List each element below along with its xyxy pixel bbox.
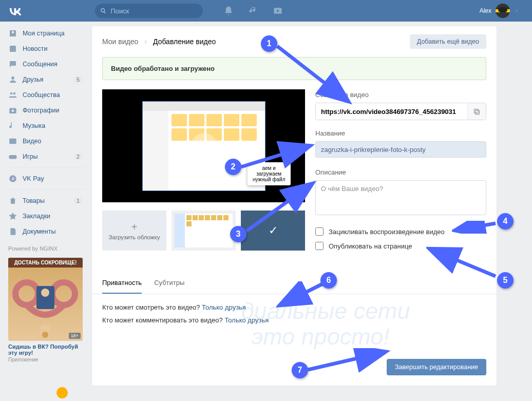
- nav-games[interactable]: Игры2: [8, 149, 86, 164]
- title-input[interactable]: [315, 141, 486, 158]
- main-content: Мои видео › Добавление видео Добавить ещ…: [91, 26, 497, 386]
- thumbnail-option-2[interactable]: ✓: [241, 211, 305, 251]
- search-box[interactable]: [95, 4, 203, 18]
- video-link-input[interactable]: [316, 103, 467, 120]
- privacy-view-link[interactable]: Только друзья: [202, 303, 246, 311]
- sidebar: Моя страница Новости Сообщения Друзья5 С…: [4, 26, 86, 386]
- finish-button[interactable]: Завершить редактирование: [387, 359, 486, 375]
- nav-label: Товары: [23, 197, 45, 204]
- thumbnail-option-1[interactable]: [172, 211, 236, 251]
- plus-icon: +: [131, 221, 138, 233]
- nav-docs[interactable]: Документы: [8, 224, 86, 239]
- notifications-icon[interactable]: [223, 6, 234, 16]
- svg-rect-16: [476, 110, 480, 114]
- add-more-button[interactable]: Добавить ещё видео: [410, 34, 486, 49]
- upload-cover-label: Загрузить обложку: [109, 234, 160, 240]
- music-icon[interactable]: [248, 6, 258, 16]
- loop-label: Зацикливать воспроизведение видео: [329, 228, 445, 236]
- upload-cover-button[interactable]: + Загрузить обложку: [102, 211, 166, 251]
- annotation-7: 7: [292, 362, 308, 378]
- video-tooltip: аем изагружаемнужный файл: [248, 162, 291, 185]
- promo-box[interactable]: ДОСТАНЬ СОКРОВИЩЕ! 18+ Сидишь в ВК? Попр…: [8, 258, 83, 362]
- annotation-5: 5: [497, 272, 514, 289]
- svg-text:₽: ₽: [12, 177, 14, 181]
- svg-point-2: [11, 77, 14, 80]
- svg-point-13: [41, 289, 49, 297]
- check-icon: ✓: [269, 224, 278, 237]
- annotation-6: 6: [320, 272, 337, 289]
- powered-by: Powered by NGINX: [8, 245, 86, 252]
- nav-messages[interactable]: Сообщения: [8, 56, 86, 72]
- annotation-2: 2: [225, 159, 241, 175]
- nav-market[interactable]: Товары1: [8, 193, 86, 208]
- nav-my-page[interactable]: Моя страница: [8, 26, 86, 41]
- svg-point-10: [15, 282, 38, 305]
- link-label: Ссылка на видео: [315, 91, 486, 99]
- title-label: Название: [315, 129, 486, 137]
- video-duration: 0:11: [289, 191, 301, 198]
- nav-label: VK Pay: [23, 175, 44, 182]
- nav-photos[interactable]: Фотографии: [8, 103, 86, 118]
- publish-label: Опубликовать на странице: [329, 242, 412, 250]
- nav-label: Сообщения: [23, 61, 58, 68]
- profile-menu[interactable]: Alex: [480, 4, 519, 18]
- search-icon: [100, 7, 106, 14]
- nav-label: Новости: [23, 45, 47, 52]
- badge: 1: [74, 198, 82, 204]
- nav-groups[interactable]: Сообщества: [8, 87, 86, 103]
- annotation-3: 3: [230, 226, 246, 242]
- nav-bookmarks[interactable]: Закладки: [8, 208, 86, 224]
- search-input[interactable]: [110, 7, 198, 15]
- privacy-comment-row: Кто может комментировать это видео? Толь…: [102, 316, 486, 324]
- desc-textarea[interactable]: [315, 180, 486, 215]
- desc-label: Описание: [315, 168, 486, 176]
- badge: 2: [74, 154, 82, 160]
- video-icon[interactable]: [273, 6, 283, 16]
- breadcrumb-current: Добавление видео: [153, 37, 216, 46]
- copy-link-button[interactable]: [467, 103, 486, 120]
- svg-point-15: [42, 332, 48, 338]
- nav-label: Видео: [23, 138, 42, 145]
- svg-rect-7: [9, 139, 16, 144]
- video-preview[interactable]: аем изагружаемнужный файл 0:11: [102, 89, 305, 202]
- tab-privacy[interactable]: Приватность: [102, 279, 142, 294]
- publish-checkbox-row[interactable]: Опубликовать на странице: [315, 242, 486, 250]
- tab-subtitles[interactable]: Субтитры: [154, 279, 184, 294]
- nav-videos[interactable]: Видео: [8, 133, 86, 149]
- tabs: Приватность Субтитры: [92, 272, 497, 294]
- promo-age: 18+: [69, 333, 81, 339]
- privacy-view-row: Кто может смотреть это видео? Только дру…: [102, 303, 486, 311]
- chevron-right-icon: ›: [144, 37, 147, 46]
- annotation-4: 4: [497, 213, 514, 230]
- nav-vkpay[interactable]: ₽VK Pay: [8, 171, 86, 186]
- svg-point-4: [13, 92, 16, 95]
- svg-point-3: [10, 92, 13, 95]
- annotation-1: 1: [261, 35, 277, 52]
- avatar: [496, 4, 510, 18]
- top-header: Alex: [0, 0, 532, 22]
- nav-label: Друзья: [23, 76, 44, 83]
- promo-title[interactable]: Сидишь в ВК? Попробуй эту игру!: [8, 343, 83, 356]
- loop-checkbox[interactable]: [315, 227, 324, 236]
- nav-label: Фотографии: [23, 107, 59, 114]
- breadcrumb-root[interactable]: Мои видео: [102, 37, 138, 46]
- cookie-icon: [56, 387, 68, 398]
- nav-label: Сообщества: [23, 91, 60, 99]
- privacy-comment-link[interactable]: Только друзья: [224, 316, 269, 324]
- svg-rect-1: [10, 46, 16, 52]
- svg-point-11: [52, 282, 75, 305]
- play-icon[interactable]: [191, 133, 217, 159]
- loop-checkbox-row[interactable]: Зацикливать воспроизведение видео: [315, 227, 486, 236]
- publish-checkbox[interactable]: [315, 242, 324, 250]
- nav-label: Игры: [23, 153, 37, 160]
- breadcrumb: Мои видео › Добавление видео: [102, 37, 216, 46]
- nav-label: Закладки: [23, 213, 50, 220]
- nav-news[interactable]: Новости: [8, 41, 86, 56]
- vk-logo-icon[interactable]: [8, 3, 23, 18]
- nav-music[interactable]: Музыка: [8, 118, 86, 133]
- chevron-down-icon: [514, 8, 519, 13]
- promo-sub: Приложение: [8, 357, 83, 362]
- svg-point-6: [12, 110, 14, 112]
- nav-label: Документы: [23, 228, 55, 235]
- nav-friends[interactable]: Друзья5: [8, 72, 86, 87]
